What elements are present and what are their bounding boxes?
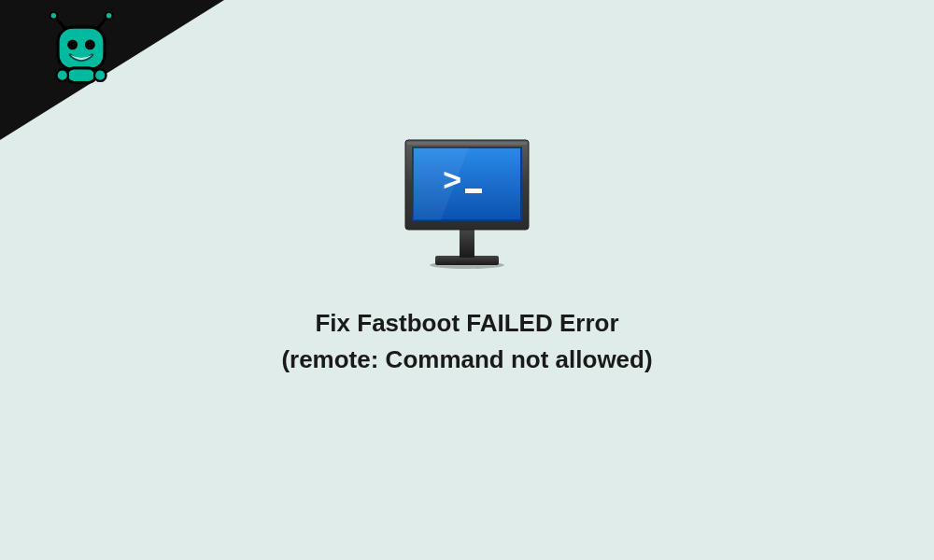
robot-mascot-icon [45,11,118,84]
terminal-monitor-icon: > [403,138,531,269]
svg-point-9 [94,69,106,80]
monitor-svg: > [403,138,531,269]
headline-line-2: (remote: Command not allowed) [0,342,934,378]
svg-point-3 [106,12,113,20]
svg-rect-7 [66,68,95,83]
corner-badge [0,0,224,140]
svg-point-6 [85,39,95,49]
headline-line-1: Fix Fastboot FAILED Error [0,305,934,342]
svg-point-5 [67,39,78,49]
svg-point-1 [50,12,57,20]
svg-rect-4 [58,27,105,69]
headline: Fix Fastboot FAILED Error (remote: Comma… [0,305,934,378]
terminal-cursor-glyph [465,189,482,193]
svg-rect-14 [407,142,527,145]
terminal-prompt-glyph: > [443,164,461,200]
svg-rect-12 [460,230,474,258]
svg-point-8 [56,69,67,80]
